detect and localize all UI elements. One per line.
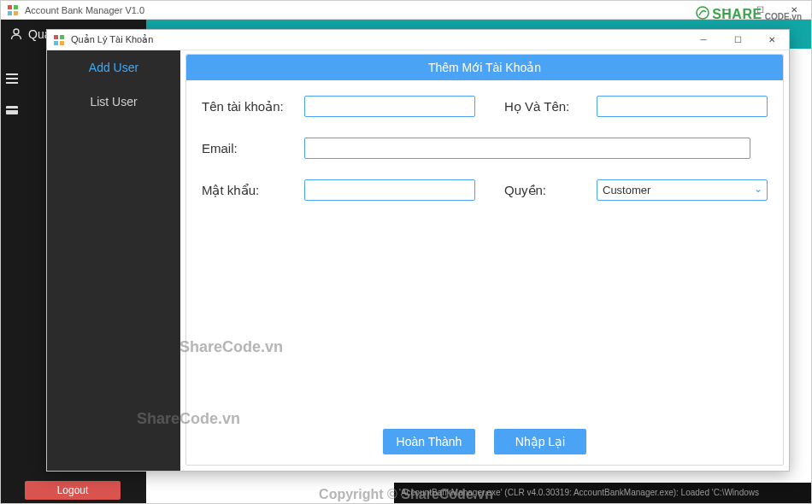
svg-rect-6 [6, 78, 18, 79]
sidebar-item-label: List User [90, 95, 137, 108]
sidebar-item-add-user[interactable]: Add User [47, 50, 180, 85]
sidebar-item-list-user[interactable]: List User [47, 85, 180, 119]
child-body: Add User List User Thêm Mới Tài Khoản Tê… [47, 50, 789, 471]
hamburger-icon[interactable] [6, 73, 18, 86]
user-icon [9, 27, 23, 41]
password-input[interactable] [304, 179, 475, 201]
child-maximize-button[interactable]: ☐ [721, 31, 755, 50]
parent-minimize-button[interactable]: ─ [709, 1, 743, 20]
console-text: 'AccountBankManager.exe' (CLR v4.0.30319… [399, 488, 759, 497]
main-area: Thêm Mới Tài Khoản Tên tài khoản: Họ Và … [180, 50, 789, 471]
parent-titlebar: Account Bank Manager V1.0 ─ ☐ ✕ [1, 1, 811, 20]
svg-rect-1 [14, 5, 18, 9]
svg-rect-3 [14, 11, 18, 15]
label-password: Mật khẩu: [202, 183, 297, 198]
full-name-input[interactable] [597, 96, 768, 117]
role-select[interactable]: Customer ⌄ [597, 179, 768, 201]
form-area: Tên tài khoản: Họ Và Tên: Email: Mật khẩ… [186, 80, 783, 465]
child-window: Quản Lý Tài Khoản ─ ☐ ✕ Add User List Us… [46, 29, 790, 472]
parent-maximize-button[interactable]: ☐ [743, 1, 777, 20]
panel-header-text: Thêm Mới Tài Khoản [428, 61, 541, 74]
child-close-button[interactable]: ✕ [755, 31, 789, 50]
card-icon[interactable] [6, 105, 18, 117]
complete-button-label: Hoàn Thành [397, 435, 462, 448]
role-select-value: Customer [597, 179, 768, 201]
logout-label: Logout [57, 484, 89, 496]
parent-title: Account Bank Manager V1.0 [25, 5, 144, 15]
complete-button[interactable]: Hoàn Thành [383, 429, 475, 454]
label-account-name: Tên tài khoản: [202, 99, 297, 114]
sidebar: Add User List User [47, 50, 180, 471]
button-row: Hoàn Thành Nhập Lại [186, 429, 783, 454]
svg-rect-5 [6, 73, 18, 75]
child-title: Quản Lý Tài Khoản [71, 34, 153, 45]
row-email: Email: [202, 138, 768, 159]
sidebar-item-label: Add User [89, 61, 138, 74]
parent-close-button[interactable]: ✕ [777, 1, 811, 20]
svg-rect-13 [60, 41, 64, 45]
form-panel: Thêm Mới Tài Khoản Tên tài khoản: Họ Và … [185, 54, 784, 466]
svg-rect-9 [6, 108, 18, 110]
console-output: 'AccountBankManager.exe' (CLR v4.0.30319… [394, 483, 811, 503]
row-account-fullname: Tên tài khoản: Họ Và Tên: [202, 96, 768, 117]
svg-rect-11 [60, 35, 64, 39]
email-input[interactable] [304, 138, 750, 159]
child-titlebar: Quản Lý Tài Khoản ─ ☐ ✕ [47, 30, 789, 50]
logout-button[interactable]: Logout [25, 481, 121, 500]
svg-point-4 [14, 29, 19, 34]
account-name-input[interactable] [304, 96, 475, 117]
child-minimize-button[interactable]: ─ [686, 31, 721, 50]
svg-rect-10 [54, 35, 58, 39]
reset-button-label: Nhập Lại [515, 435, 565, 448]
svg-rect-12 [54, 41, 58, 45]
row-password-role: Mật khẩu: Quyền: Customer ⌄ [202, 179, 768, 201]
reset-button[interactable]: Nhập Lại [494, 429, 586, 454]
label-role: Quyền: [504, 183, 590, 198]
label-email: Email: [202, 141, 297, 155]
panel-header: Thêm Mới Tài Khoản [186, 55, 783, 80]
child-app-icon [52, 33, 66, 47]
svg-rect-0 [8, 5, 12, 9]
label-full-name: Họ Và Tên: [504, 99, 590, 114]
svg-rect-7 [6, 82, 18, 84]
chevron-down-icon: ⌄ [754, 183, 762, 195]
app-icon [6, 3, 20, 17]
svg-rect-2 [8, 11, 12, 15]
